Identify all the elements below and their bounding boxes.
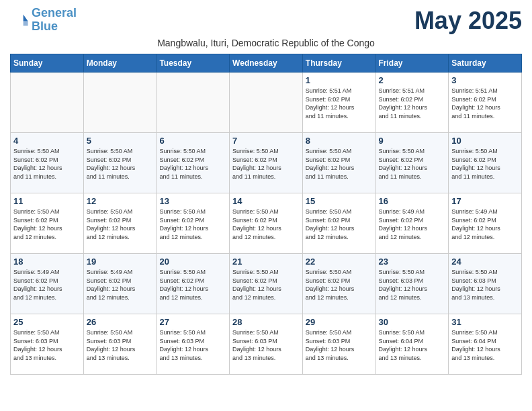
calendar-cell: 21Sunrise: 5:50 AM Sunset: 6:02 PM Dayli… <box>230 254 303 314</box>
calendar-cell: 27Sunrise: 5:50 AM Sunset: 6:03 PM Dayli… <box>157 314 230 375</box>
calendar-cell: 2Sunrise: 5:51 AM Sunset: 6:02 PM Daylig… <box>375 73 449 133</box>
day-number: 15 <box>306 196 373 206</box>
day-number: 31 <box>451 317 519 327</box>
calendar-cell <box>157 73 230 133</box>
calendar-cell: 6Sunrise: 5:50 AM Sunset: 6:02 PM Daylig… <box>157 133 230 193</box>
calendar-cell: 9Sunrise: 5:50 AM Sunset: 6:02 PM Daylig… <box>375 133 449 193</box>
calendar-cell: 31Sunrise: 5:50 AM Sunset: 6:04 PM Dayli… <box>449 314 522 375</box>
day-number: 3 <box>451 75 519 85</box>
calendar-cell: 30Sunrise: 5:50 AM Sunset: 6:04 PM Dayli… <box>375 314 449 375</box>
day-number: 21 <box>232 257 300 267</box>
calendar-cell: 11Sunrise: 5:50 AM Sunset: 6:02 PM Dayli… <box>11 193 84 254</box>
header-cell-thursday: Thursday <box>302 54 375 73</box>
calendar-week-row: 11Sunrise: 5:50 AM Sunset: 6:02 PM Dayli… <box>11 193 522 254</box>
day-number: 1 <box>306 75 373 85</box>
day-info: Sunrise: 5:50 AM Sunset: 6:02 PM Dayligh… <box>159 268 226 302</box>
day-number: 5 <box>87 136 154 146</box>
calendar-cell: 10Sunrise: 5:50 AM Sunset: 6:02 PM Dayli… <box>449 133 522 193</box>
day-info: Sunrise: 5:49 AM Sunset: 6:02 PM Dayligh… <box>451 208 519 241</box>
day-info: Sunrise: 5:50 AM Sunset: 6:02 PM Dayligh… <box>232 147 300 181</box>
calendar-cell: 7Sunrise: 5:50 AM Sunset: 6:02 PM Daylig… <box>230 133 303 193</box>
calendar-week-row: 25Sunrise: 5:50 AM Sunset: 6:03 PM Dayli… <box>11 314 522 375</box>
calendar-week-row: 1Sunrise: 5:51 AM Sunset: 6:02 PM Daylig… <box>11 73 522 133</box>
day-info: Sunrise: 5:50 AM Sunset: 6:02 PM Dayligh… <box>306 208 373 241</box>
header-cell-sunday: Sunday <box>11 54 84 73</box>
calendar-cell <box>11 73 84 133</box>
day-info: Sunrise: 5:50 AM Sunset: 6:02 PM Dayligh… <box>232 268 300 302</box>
day-info: Sunrise: 5:51 AM Sunset: 6:02 PM Dayligh… <box>379 87 446 120</box>
calendar-cell: 15Sunrise: 5:50 AM Sunset: 6:02 PM Dayli… <box>302 193 375 254</box>
day-number: 11 <box>13 196 81 206</box>
day-number: 23 <box>379 257 446 267</box>
day-number: 26 <box>87 317 154 327</box>
day-number: 22 <box>306 257 373 267</box>
calendar-cell: 14Sunrise: 5:50 AM Sunset: 6:02 PM Dayli… <box>230 193 303 254</box>
day-info: Sunrise: 5:51 AM Sunset: 6:02 PM Dayligh… <box>306 87 373 120</box>
day-info: Sunrise: 5:50 AM Sunset: 6:04 PM Dayligh… <box>451 328 519 362</box>
logo: GeneralBlue <box>10 7 77 34</box>
calendar-cell: 16Sunrise: 5:49 AM Sunset: 6:02 PM Dayli… <box>375 193 449 254</box>
day-info: Sunrise: 5:50 AM Sunset: 6:02 PM Dayligh… <box>306 268 373 302</box>
day-number: 24 <box>451 257 519 267</box>
calendar-week-row: 18Sunrise: 5:49 AM Sunset: 6:02 PM Dayli… <box>11 254 522 314</box>
day-number: 20 <box>159 257 226 267</box>
logo-text: GeneralBlue <box>32 7 77 34</box>
header: GeneralBlue May 2025 <box>10 7 522 35</box>
day-number: 29 <box>306 317 373 327</box>
day-info: Sunrise: 5:50 AM Sunset: 6:02 PM Dayligh… <box>306 147 373 181</box>
svg-marker-1 <box>24 21 28 26</box>
day-info: Sunrise: 5:50 AM Sunset: 6:02 PM Dayligh… <box>87 147 154 181</box>
calendar-cell: 20Sunrise: 5:50 AM Sunset: 6:02 PM Dayli… <box>157 254 230 314</box>
day-number: 25 <box>13 317 81 327</box>
header-cell-wednesday: Wednesday <box>230 54 303 73</box>
day-info: Sunrise: 5:51 AM Sunset: 6:02 PM Dayligh… <box>451 87 519 120</box>
day-number: 17 <box>451 196 519 206</box>
calendar-cell <box>230 73 303 133</box>
logo-icon <box>10 11 29 30</box>
day-number: 13 <box>159 196 226 206</box>
calendar-cell: 29Sunrise: 5:50 AM Sunset: 6:03 PM Dayli… <box>302 314 375 375</box>
day-info: Sunrise: 5:49 AM Sunset: 6:02 PM Dayligh… <box>379 208 446 241</box>
calendar-cell: 25Sunrise: 5:50 AM Sunset: 6:03 PM Dayli… <box>11 314 84 375</box>
day-number: 4 <box>13 136 81 146</box>
calendar-cell: 3Sunrise: 5:51 AM Sunset: 6:02 PM Daylig… <box>449 73 522 133</box>
day-info: Sunrise: 5:50 AM Sunset: 6:02 PM Dayligh… <box>451 147 519 181</box>
calendar-cell: 22Sunrise: 5:50 AM Sunset: 6:02 PM Dayli… <box>302 254 375 314</box>
day-number: 7 <box>232 136 300 146</box>
day-number: 9 <box>379 136 446 146</box>
day-number: 14 <box>232 196 300 206</box>
month-title: May 2025 <box>414 7 522 35</box>
calendar-table: SundayMondayTuesdayWednesdayThursdayFrid… <box>10 54 522 375</box>
day-info: Sunrise: 5:50 AM Sunset: 6:02 PM Dayligh… <box>232 208 300 241</box>
day-info: Sunrise: 5:50 AM Sunset: 6:02 PM Dayligh… <box>13 147 81 181</box>
day-number: 12 <box>87 196 154 206</box>
calendar-cell: 26Sunrise: 5:50 AM Sunset: 6:03 PM Dayli… <box>83 314 157 375</box>
calendar-body: 1Sunrise: 5:51 AM Sunset: 6:02 PM Daylig… <box>11 73 522 375</box>
day-info: Sunrise: 5:50 AM Sunset: 6:03 PM Dayligh… <box>379 268 446 302</box>
day-info: Sunrise: 5:50 AM Sunset: 6:04 PM Dayligh… <box>379 328 446 362</box>
calendar-cell: 1Sunrise: 5:51 AM Sunset: 6:02 PM Daylig… <box>302 73 375 133</box>
header-cell-friday: Friday <box>375 54 449 73</box>
day-number: 16 <box>379 196 446 206</box>
day-info: Sunrise: 5:50 AM Sunset: 6:02 PM Dayligh… <box>379 147 446 181</box>
calendar-cell: 19Sunrise: 5:49 AM Sunset: 6:02 PM Dayli… <box>83 254 157 314</box>
calendar-cell <box>83 73 157 133</box>
day-info: Sunrise: 5:50 AM Sunset: 6:02 PM Dayligh… <box>159 208 226 241</box>
calendar-cell: 12Sunrise: 5:50 AM Sunset: 6:02 PM Dayli… <box>83 193 157 254</box>
day-number: 18 <box>13 257 81 267</box>
header-cell-saturday: Saturday <box>449 54 522 73</box>
subtitle: Mangbwalu, Ituri, Democratic Republic of… <box>10 38 522 48</box>
day-number: 30 <box>379 317 446 327</box>
day-info: Sunrise: 5:50 AM Sunset: 6:03 PM Dayligh… <box>13 328 81 362</box>
day-number: 8 <box>306 136 373 146</box>
day-number: 28 <box>232 317 300 327</box>
calendar-cell: 28Sunrise: 5:50 AM Sunset: 6:03 PM Dayli… <box>230 314 303 375</box>
day-info: Sunrise: 5:50 AM Sunset: 6:02 PM Dayligh… <box>13 208 81 241</box>
calendar-cell: 5Sunrise: 5:50 AM Sunset: 6:02 PM Daylig… <box>83 133 157 193</box>
calendar-cell: 18Sunrise: 5:49 AM Sunset: 6:02 PM Dayli… <box>11 254 84 314</box>
calendar-cell: 13Sunrise: 5:50 AM Sunset: 6:02 PM Dayli… <box>157 193 230 254</box>
calendar-cell: 17Sunrise: 5:49 AM Sunset: 6:02 PM Dayli… <box>449 193 522 254</box>
calendar-cell: 24Sunrise: 5:50 AM Sunset: 6:03 PM Dayli… <box>449 254 522 314</box>
day-info: Sunrise: 5:50 AM Sunset: 6:03 PM Dayligh… <box>87 328 154 362</box>
day-info: Sunrise: 5:49 AM Sunset: 6:02 PM Dayligh… <box>13 268 81 302</box>
